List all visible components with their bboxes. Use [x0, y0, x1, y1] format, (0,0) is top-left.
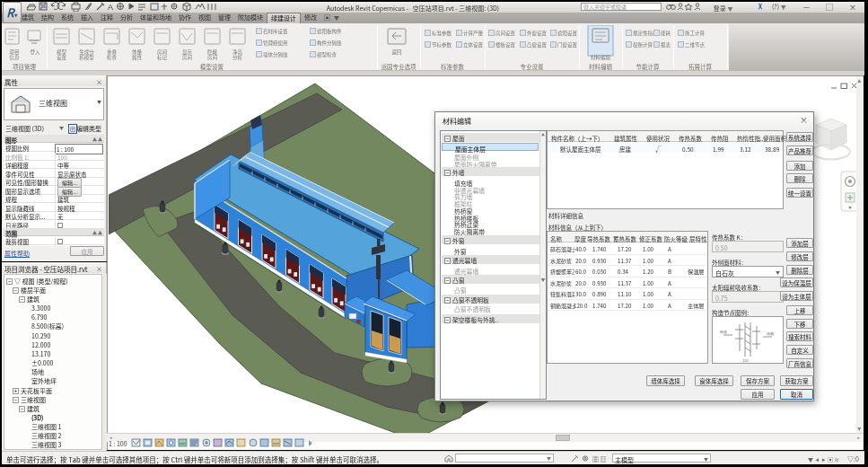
svg-text:A: A	[108, 3, 113, 12]
svg-text:保温: 保温	[720, 330, 727, 334]
svg-text:结构: 结构	[767, 331, 774, 337]
svg-text:120: 120	[742, 358, 749, 363]
